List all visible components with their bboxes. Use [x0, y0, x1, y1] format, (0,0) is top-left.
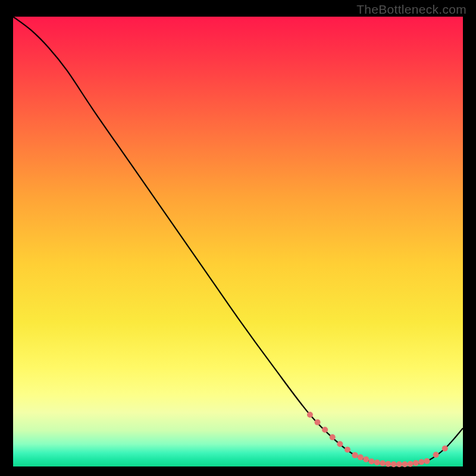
- curve-marker-dot: [380, 460, 386, 466]
- curve-marker-dot: [337, 441, 343, 447]
- curve-marker-dot: [307, 412, 313, 418]
- curve-marker-dot: [442, 446, 448, 452]
- curve-marker-dot: [345, 447, 350, 453]
- curve-marker-dot: [433, 452, 439, 458]
- curve-marker-dot: [322, 427, 328, 433]
- curve-marker-dot: [396, 461, 402, 467]
- chart-plot-area: [13, 17, 463, 466]
- curve-marker-dot: [368, 459, 374, 465]
- curve-marker-dot: [315, 419, 321, 425]
- curve-markers: [307, 412, 448, 467]
- curve-marker-dot: [358, 455, 364, 461]
- chart-svg: [13, 17, 463, 466]
- curve-marker-dot: [418, 459, 424, 465]
- curve-marker-dot: [363, 456, 369, 462]
- bottleneck-curve: [13, 17, 463, 465]
- curve-marker-dot: [424, 458, 430, 464]
- attribution-text: TheBottleneck.com: [356, 2, 466, 17]
- curve-marker-dot: [385, 461, 391, 467]
- curve-marker-dot: [402, 461, 408, 467]
- curve-marker-dot: [374, 459, 380, 465]
- curve-marker-dot: [330, 434, 336, 440]
- curve-marker-dot: [413, 460, 419, 466]
- curve-marker-dot: [391, 461, 397, 467]
- curve-marker-dot: [352, 452, 358, 458]
- curve-marker-dot: [408, 461, 414, 467]
